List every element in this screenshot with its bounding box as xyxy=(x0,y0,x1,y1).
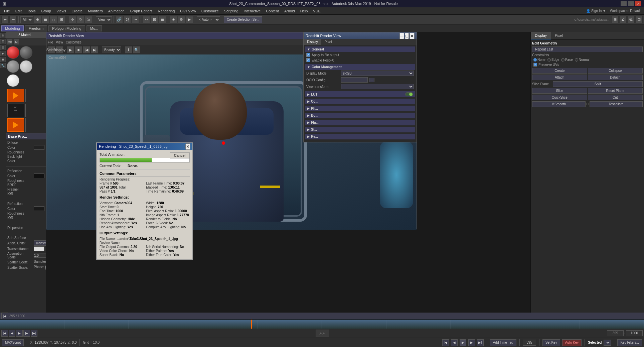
bind-space-warp-button[interactable]: 〜 xyxy=(132,16,139,23)
bo-header[interactable]: ▶ Bo... xyxy=(305,113,415,118)
view-transform-select[interactable] xyxy=(341,84,414,89)
motion-icon-btn[interactable]: ▶ xyxy=(0,51,6,56)
menu-rendering[interactable]: Rendering xyxy=(155,8,178,14)
rs-tab-display[interactable]: Display xyxy=(304,39,321,45)
current-frame-input[interactable] xyxy=(607,330,624,336)
preserve-uvs-checkbox[interactable] xyxy=(533,63,537,67)
add-time-tag-btn[interactable]: Add Time Tag xyxy=(490,339,516,346)
tab-polygon-modeling[interactable]: Polygon Modeling xyxy=(48,25,85,31)
rv-menu-file[interactable]: File xyxy=(48,40,53,44)
sb-next-key-btn[interactable]: ▶| xyxy=(477,339,484,346)
render-frame-button[interactable]: ▶ xyxy=(186,16,193,23)
tl-jump-start-btn[interactable]: |◀ xyxy=(1,313,8,319)
rotate-button[interactable]: ↻ xyxy=(77,16,84,23)
slice-btn[interactable]: Slice xyxy=(532,88,587,94)
menu-interactive[interactable]: Interactive xyxy=(241,8,264,14)
select-object-button[interactable]: ⊕ xyxy=(34,16,41,23)
rv-menu-view[interactable]: View xyxy=(56,40,63,44)
constraint-normal[interactable]: Normal xyxy=(575,58,590,62)
menu-graph-editors[interactable]: Graph Editors xyxy=(127,8,155,14)
general-section-header[interactable]: ▼ General xyxy=(305,46,415,52)
modes-tab[interactable]: 3 Materi... xyxy=(6,32,46,38)
link-button[interactable]: 🔗 xyxy=(116,16,123,23)
menu-civil-view[interactable]: Civil View xyxy=(177,8,198,14)
tab-modeling[interactable]: Modeling xyxy=(1,25,24,31)
repeat-last-btn[interactable]: Repeat Last xyxy=(532,46,643,52)
tl-play-btn[interactable]: ▶ xyxy=(16,330,23,337)
tl-next-key-btn[interactable]: ▶| xyxy=(31,330,37,337)
close-button[interactable]: ✕ xyxy=(635,1,641,6)
material-sphere-red[interactable] xyxy=(7,46,19,59)
hierarchy-icon-btn[interactable]: ☰ xyxy=(0,45,6,50)
transmittance-swatch[interactable] xyxy=(34,246,44,251)
apply-file-output-checkbox[interactable] xyxy=(306,53,310,57)
reset-plane-btn[interactable]: Reset Plane xyxy=(588,88,643,94)
reflection-color-swatch[interactable] xyxy=(34,174,44,178)
mirror-button[interactable]: ⇔ xyxy=(143,16,150,23)
diffuse-color-swatch[interactable] xyxy=(34,145,44,150)
sb-prev-frame-btn[interactable]: ◀ xyxy=(451,339,458,346)
co-header[interactable]: ▶ Co... xyxy=(305,99,415,104)
lut-section-header[interactable]: ▶ LUT xyxy=(305,91,415,97)
total-frames-input[interactable] xyxy=(626,330,643,336)
selected-dropdown[interactable] xyxy=(604,340,611,346)
rect-select-button[interactable]: □ xyxy=(50,16,57,23)
auto-key-btn[interactable]: Auto Key xyxy=(562,339,582,346)
tab-freeform[interactable]: Freeform xyxy=(25,25,47,31)
mssmooth-btn[interactable]: MSmooth xyxy=(532,101,586,107)
create-selection-button[interactable]: Create Selection Se... xyxy=(224,16,262,23)
attach-btn[interactable]: Attach xyxy=(532,75,587,80)
menu-vue[interactable]: VUE xyxy=(310,8,323,14)
material-handle-2[interactable] xyxy=(25,104,26,117)
move-button[interactable]: ✛ xyxy=(69,16,76,23)
percent-snap-button[interactable]: % xyxy=(627,16,635,23)
tessellate-btn[interactable]: Tessellate xyxy=(590,101,643,107)
rd-close-btn[interactable]: ✕ xyxy=(185,143,190,150)
rv-zoom-btn[interactable]: 🔍 xyxy=(133,46,140,53)
cut-btn[interactable]: Cut xyxy=(588,95,643,100)
fla-header[interactable]: ▶ Fla... xyxy=(305,120,415,125)
constraint-face[interactable]: Face xyxy=(561,58,573,62)
rs-maximize-btn[interactable]: □ xyxy=(405,33,409,39)
rv-next-btn[interactable]: ▶| xyxy=(91,46,98,53)
material-text-btn[interactable]: 000110 xyxy=(7,104,24,117)
rv-play-btn[interactable]: ▶ xyxy=(67,46,74,53)
sb-play-btn[interactable]: ▶ xyxy=(460,339,466,346)
menu-animation[interactable]: Animation xyxy=(106,8,127,14)
tl-next-frame-btn[interactable]: ▶ xyxy=(23,330,30,337)
select-by-name-button[interactable]: ☰ xyxy=(42,16,49,23)
rv-stop-btn[interactable]: ■ xyxy=(75,46,82,53)
rpt-tab-pixel[interactable]: Pixel xyxy=(551,32,567,39)
re-header[interactable]: ▶ Re... xyxy=(305,134,415,139)
color-mgmt-section-header[interactable]: ▼ Color Management xyxy=(305,64,415,70)
spinner-snap-button[interactable]: ⊡ xyxy=(635,16,643,23)
material-btn[interactable]: M xyxy=(13,39,19,45)
scale-button[interactable]: ⇲ xyxy=(85,16,92,23)
enable-postfx-checkbox[interactable] xyxy=(306,58,310,62)
rv-menu-customize[interactable]: Customize xyxy=(66,40,82,44)
maxscript-btn[interactable]: MAXScript xyxy=(2,339,24,346)
rv-prev-btn[interactable]: |◀ xyxy=(83,46,90,53)
ph-header[interactable]: ▶ Ph... xyxy=(305,106,415,111)
ocio-browse-btn[interactable]: ... xyxy=(369,78,374,82)
render-setup-button[interactable]: ⚙ xyxy=(178,16,185,23)
material-sphere-gray-dark[interactable] xyxy=(20,46,32,59)
create-icon-btn[interactable]: ⊕ xyxy=(0,33,6,38)
menu-group[interactable]: Group xyxy=(38,8,54,14)
menu-tools[interactable]: Tools xyxy=(24,8,38,14)
menu-modifiers[interactable]: Modifiers xyxy=(85,8,106,14)
menu-scripting[interactable]: Scripting xyxy=(221,8,241,14)
menu-create[interactable]: Create xyxy=(69,8,85,14)
timeline-content[interactable] xyxy=(0,319,644,329)
selection-filter-dropdown[interactable]: All xyxy=(20,16,33,23)
set-key-btn[interactable]: Set Key xyxy=(542,339,560,346)
workspaces[interactable]: Workspaces: Default xyxy=(608,9,643,13)
menu-file[interactable]: File xyxy=(1,8,13,14)
align-button[interactable]: ⊟ xyxy=(151,16,158,23)
angle-snap-button[interactable]: ∠ xyxy=(619,16,627,23)
material-play-btn-3[interactable] xyxy=(7,118,24,132)
menu-content[interactable]: Content xyxy=(263,8,282,14)
rv-info-btn[interactable]: ℹ xyxy=(125,46,132,53)
material-sphere-gray-mid[interactable] xyxy=(7,60,19,73)
snap-toggle-button[interactable]: ⊞ xyxy=(611,16,619,23)
